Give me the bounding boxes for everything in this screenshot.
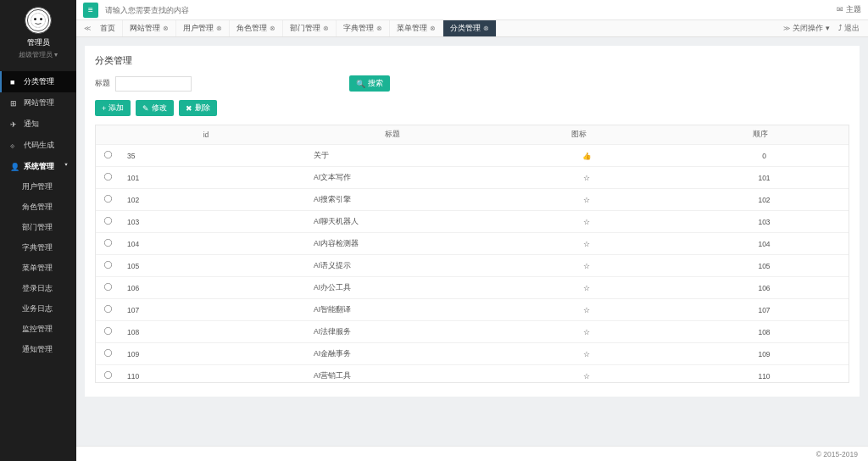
top-link[interactable]: ✉ 主题 <box>837 4 861 15</box>
row-select-radio[interactable] <box>104 195 112 203</box>
table-row[interactable]: 104 AI内容检测器 ☆ 104 <box>96 233 849 255</box>
page-title: 分类管理 <box>95 54 849 67</box>
sidebar-item[interactable]: 角色管理 <box>0 197 76 218</box>
cell-order: 102 <box>680 189 849 211</box>
sidebar-item[interactable]: ⟐代码生成 <box>0 135 76 156</box>
row-select-radio[interactable] <box>104 327 112 335</box>
add-button[interactable]: +添加 <box>95 100 131 116</box>
nav-icon: ⊞ <box>10 99 19 108</box>
row-select-radio[interactable] <box>104 283 112 291</box>
tab[interactable]: 网站管理⊗ <box>123 20 176 36</box>
table-row[interactable]: 105 AI语义提示 ☆ 105 <box>96 255 849 277</box>
tab[interactable]: 分类管理⊗ <box>443 20 497 36</box>
trash-icon: ✖ <box>186 104 192 113</box>
exit-button[interactable]: ⤴ 退出 <box>838 24 860 34</box>
cell-icon: ☆ <box>493 233 680 255</box>
table-row[interactable]: 106 AI办公工具 ☆ 106 <box>96 277 849 299</box>
table-row[interactable]: 110 AI营销工具 ☆ 110 <box>96 365 849 383</box>
column-header[interactable] <box>96 125 113 145</box>
table-row[interactable]: 35 关于 👍 0 <box>96 145 849 167</box>
sidebar-item-system[interactable]: 👤系统管理 ˅ <box>0 156 76 177</box>
sidebar-item-label: 分类管理 <box>24 76 54 87</box>
cell-id: 105 <box>120 255 307 277</box>
avatar[interactable] <box>25 7 52 34</box>
row-select-radio[interactable] <box>104 239 112 247</box>
sidebar-item-label: 监控管理 <box>22 325 53 335</box>
tabs-next-button[interactable]: ≫ <box>781 20 793 36</box>
search-button[interactable]: 🔍搜索 <box>349 75 390 92</box>
row-select-radio[interactable] <box>104 371 112 379</box>
column-header[interactable]: id <box>113 125 299 145</box>
close-icon[interactable]: ⊗ <box>323 25 329 32</box>
close-icon[interactable]: ⊗ <box>216 25 222 32</box>
tabs-prev-button[interactable]: ≪ <box>81 20 93 36</box>
tab-label: 角色管理 <box>236 24 267 34</box>
cell-icon: ☆ <box>493 189 680 211</box>
close-icon[interactable]: ⊗ <box>270 25 275 32</box>
close-icon[interactable]: ⊗ <box>430 25 436 32</box>
sidebar-item-label: 字典管理 <box>22 243 53 253</box>
footer: © 2015-2019 <box>76 446 868 461</box>
sidebar-user: 管理员 超级管理员 ▾ <box>0 0 76 66</box>
cell-title: AI金融事务 <box>307 343 493 365</box>
close-icon[interactable]: ⊗ <box>163 25 169 32</box>
tabs-bar: ≪ 首页网站管理⊗用户管理⊗角色管理⊗部门管理⊗字典管理⊗菜单管理⊗分类管理⊗ … <box>76 20 868 37</box>
search-input[interactable] <box>105 6 275 14</box>
user-role-dropdown[interactable]: 超级管理员 ▾ <box>19 50 58 59</box>
table-row[interactable]: 102 AI搜索引擎 ☆ 102 <box>96 189 849 211</box>
sidebar-item[interactable]: ■分类管理 <box>0 71 76 92</box>
row-select-radio[interactable] <box>104 305 112 313</box>
tab[interactable]: 用户管理⊗ <box>176 20 230 36</box>
sidebar-item[interactable]: 登录日志 <box>0 279 76 299</box>
sidebar-item[interactable]: ⊞网站管理 <box>0 92 76 114</box>
button-label: 添加 <box>108 103 124 114</box>
search-icon: 🔍 <box>356 80 365 88</box>
table-row[interactable]: 108 AI法律服务 ☆ 108 <box>96 321 849 343</box>
cell-id: 102 <box>120 189 307 211</box>
button-label: 删除 <box>195 103 210 114</box>
sidebar-item[interactable]: 菜单管理 <box>0 258 76 279</box>
cell-icon: ☆ <box>493 211 680 233</box>
close-icon[interactable]: ⊗ <box>483 25 489 32</box>
table-row[interactable]: 103 AI聊天机器人 ☆ 103 <box>96 211 849 233</box>
column-header[interactable]: 标题 <box>299 125 486 145</box>
column-header[interactable]: 顺序 <box>672 125 849 145</box>
sidebar-item[interactable]: 用户管理 <box>0 177 76 197</box>
table-row[interactable]: 107 AI智能翻译 ☆ 107 <box>96 299 849 321</box>
sidebar-item[interactable]: 通知管理 <box>0 340 76 360</box>
title-filter-input[interactable] <box>115 76 192 92</box>
close-icon[interactable]: ⊗ <box>376 25 382 32</box>
delete-button[interactable]: ✖删除 <box>179 100 217 116</box>
sidebar-item-label: 角色管理 <box>22 203 53 213</box>
close-ops-dropdown[interactable]: 关闭操作 ▾ <box>793 24 829 34</box>
edit-button[interactable]: ✎修改 <box>136 100 174 116</box>
sidebar-item[interactable]: ✈通知 <box>0 114 76 135</box>
cell-order: 109 <box>680 343 849 365</box>
row-select-radio[interactable] <box>104 173 112 181</box>
cell-title: AI智能翻译 <box>307 299 493 321</box>
table-row[interactable]: 101 AI文本写作 ☆ 101 <box>96 167 849 189</box>
row-select-radio[interactable] <box>104 151 112 158</box>
sidebar-item[interactable]: 部门管理 <box>0 218 76 238</box>
cell-id: 106 <box>120 277 307 299</box>
column-header[interactable]: 图标 <box>486 125 672 145</box>
row-select-radio[interactable] <box>104 217 112 225</box>
tab[interactable]: 首页 <box>93 20 123 36</box>
sidebar-item[interactable]: 业务日志 <box>0 299 76 319</box>
row-select-radio[interactable] <box>104 349 112 357</box>
sidebar-item[interactable]: 字典管理 <box>0 238 76 258</box>
tab[interactable]: 菜单管理⊗ <box>390 20 443 36</box>
table-row[interactable]: 109 AI金融事务 ☆ 109 <box>96 343 849 365</box>
cell-order: 106 <box>680 277 849 299</box>
cell-id: 104 <box>120 233 307 255</box>
menu-toggle-button[interactable]: ≡ <box>83 3 98 18</box>
cell-icon: ☆ <box>493 167 680 189</box>
tab[interactable]: 部门管理⊗ <box>283 20 337 36</box>
cell-icon: ☆ <box>493 255 680 277</box>
cell-icon: ☆ <box>493 277 680 299</box>
tab[interactable]: 字典管理⊗ <box>337 20 390 36</box>
sidebar-item[interactable]: 监控管理 <box>0 319 76 340</box>
row-select-radio[interactable] <box>104 261 112 269</box>
tab[interactable]: 角色管理⊗ <box>230 20 283 36</box>
cell-order: 110 <box>680 365 849 383</box>
